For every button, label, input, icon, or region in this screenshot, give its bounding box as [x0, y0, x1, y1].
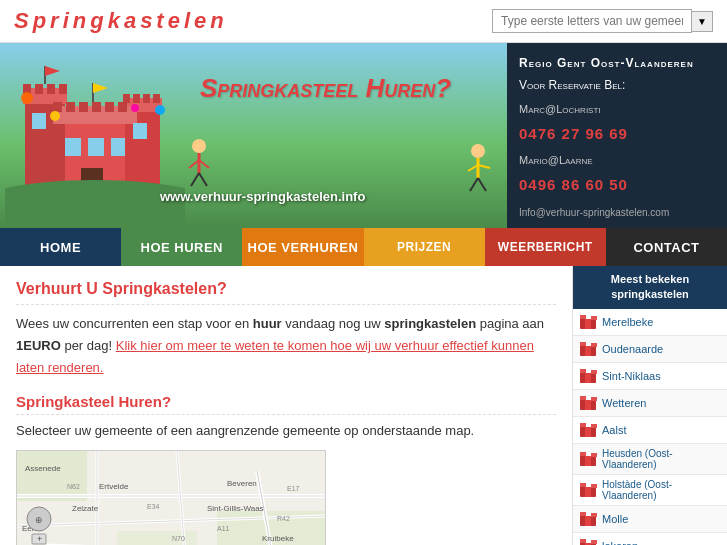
- svg-rect-20: [65, 138, 81, 156]
- list-item[interactable]: Oudenaarde: [573, 336, 727, 363]
- kid-figure-right: [464, 143, 492, 193]
- para-verhuurt: Wees uw concurrenten een stap voor en hu…: [16, 313, 556, 379]
- svg-line-44: [478, 165, 490, 168]
- svg-rect-14: [53, 102, 62, 112]
- svg-rect-24: [133, 123, 147, 139]
- content-area: Verhuurt U Springkastelen? Wees uw concu…: [0, 266, 572, 545]
- castle-icon: [579, 450, 597, 468]
- info-name2: Mario@Laarne: [519, 151, 715, 171]
- svg-point-32: [155, 105, 165, 115]
- svg-rect-108: [580, 423, 586, 427]
- svg-line-40: [199, 173, 207, 186]
- info-reserve: Voor Reservatie Bel:: [519, 75, 715, 97]
- svg-rect-17: [92, 102, 101, 112]
- castle-icon: [579, 394, 597, 412]
- svg-rect-11: [143, 94, 150, 103]
- svg-line-39: [191, 173, 199, 186]
- svg-text:Beveren: Beveren: [227, 479, 257, 488]
- info-phone2: 0496 86 60 50: [519, 171, 715, 198]
- nav-hoe-verhuren[interactable]: HOE VERHUREN: [242, 228, 363, 266]
- para1-pre: Wees uw concurrenten een stap voor en: [16, 316, 253, 331]
- nav-hoe-huren[interactable]: HOE HUREN: [121, 228, 242, 266]
- svg-rect-18: [105, 102, 114, 112]
- svg-rect-10: [133, 94, 140, 103]
- para1-bold1: huur: [253, 316, 282, 331]
- svg-text:Zelzate: Zelzate: [72, 504, 99, 513]
- svg-rect-89: [591, 316, 597, 320]
- castle-icon: [579, 367, 597, 385]
- svg-text:E17: E17: [287, 485, 300, 492]
- list-item[interactable]: Holstàde (Oost-Vlaanderen): [573, 475, 727, 506]
- para1-bold3: 1EURO: [16, 338, 61, 353]
- nav-weerbericht[interactable]: WEERBERICHT: [485, 228, 606, 266]
- map-svg: N62 E34 A11 R42 E17 N70 Assenede Zelzate…: [17, 451, 326, 545]
- svg-rect-9: [123, 94, 130, 103]
- castle-icon: [579, 510, 597, 528]
- svg-text:⊕: ⊕: [35, 515, 43, 525]
- para1-bold2: springkastelen: [384, 316, 476, 331]
- list-item[interactable]: Aalst: [573, 417, 727, 444]
- para1-per: per dag!: [61, 338, 116, 353]
- para-huren: Selecteer uw gemeente of een aangrenzend…: [16, 421, 556, 442]
- svg-rect-15: [66, 102, 75, 112]
- svg-point-31: [21, 92, 33, 104]
- svg-text:N62: N62: [67, 483, 80, 490]
- nav-contact[interactable]: CONTACT: [606, 228, 727, 266]
- map-container[interactable]: N62 E34 A11 R42 E17 N70 Assenede Zelzate…: [16, 450, 326, 545]
- svg-point-41: [471, 144, 485, 158]
- svg-rect-119: [591, 484, 597, 488]
- svg-rect-48: [17, 451, 87, 501]
- info-phone1: 0476 27 96 69: [519, 120, 715, 147]
- svg-text:Assenede: Assenede: [25, 464, 61, 473]
- nav-home[interactable]: HOME: [0, 228, 121, 266]
- heading-verhuurt: Verhuurt U Springkastelen?: [16, 280, 556, 305]
- svg-rect-23: [32, 113, 46, 129]
- kid-figure-left: [185, 138, 213, 188]
- list-item[interactable]: Molle: [573, 506, 727, 533]
- castle-icon: [579, 537, 597, 545]
- svg-rect-123: [580, 512, 586, 516]
- info-box: Regio Gent Oost-Vlaanderen Voor Reservat…: [507, 43, 727, 228]
- site-title: Springkastelen: [14, 8, 228, 34]
- svg-rect-99: [591, 370, 597, 374]
- svg-text:+: +: [37, 534, 42, 544]
- list-item[interactable]: lokeren: [573, 533, 727, 545]
- list-item[interactable]: Wetteren: [573, 390, 727, 417]
- sidebar: Meest bekeken springkastelen Merelbeke O…: [572, 266, 727, 545]
- svg-marker-29: [93, 83, 108, 93]
- svg-rect-118: [580, 483, 586, 487]
- svg-rect-129: [591, 540, 597, 544]
- sidebar-title: Meest bekeken springkastelen: [573, 266, 727, 309]
- svg-text:Kruibeke: Kruibeke: [262, 534, 294, 543]
- svg-rect-98: [580, 369, 586, 373]
- nav-prijzen[interactable]: PRIJZEN: [364, 228, 485, 266]
- svg-rect-16: [79, 102, 88, 112]
- svg-text:Ertvelde: Ertvelde: [99, 482, 129, 491]
- info-region: Regio Gent Oost-Vlaanderen: [519, 53, 715, 75]
- list-item[interactable]: Merelbeke: [573, 309, 727, 336]
- svg-rect-109: [591, 424, 597, 428]
- svg-rect-22: [111, 138, 125, 156]
- svg-marker-27: [45, 66, 60, 76]
- search-dropdown[interactable]: ▼: [692, 11, 713, 32]
- svg-line-45: [470, 178, 478, 191]
- castle-icon: [579, 313, 597, 331]
- nav: HOME HOE HUREN HOE VERHUREN PRIJZEN WEER…: [0, 228, 727, 266]
- svg-rect-104: [591, 397, 597, 401]
- hero-title: Springkasteel Huren?: [200, 73, 451, 104]
- hero-banner: Springkasteel Huren? www.verhuur-springk…: [0, 43, 727, 228]
- svg-text:N70: N70: [172, 535, 185, 542]
- para1-mid: vandaag nog uw: [282, 316, 385, 331]
- castle-icon: [579, 481, 597, 499]
- svg-rect-21: [88, 138, 104, 156]
- svg-point-33: [50, 111, 60, 121]
- para1-price: pagina aan: [476, 316, 544, 331]
- info-name1: Marc@Lochristi: [519, 100, 715, 120]
- svg-rect-7: [59, 84, 67, 94]
- svg-rect-19: [118, 102, 127, 112]
- info-email: Info@verhuur-springkastelen.com: [519, 204, 715, 222]
- list-item[interactable]: Heusden (Oost-Vlaanderen): [573, 444, 727, 475]
- search-input[interactable]: [492, 9, 692, 33]
- svg-text:R42: R42: [277, 515, 290, 522]
- list-item[interactable]: Sint-Niklaas: [573, 363, 727, 390]
